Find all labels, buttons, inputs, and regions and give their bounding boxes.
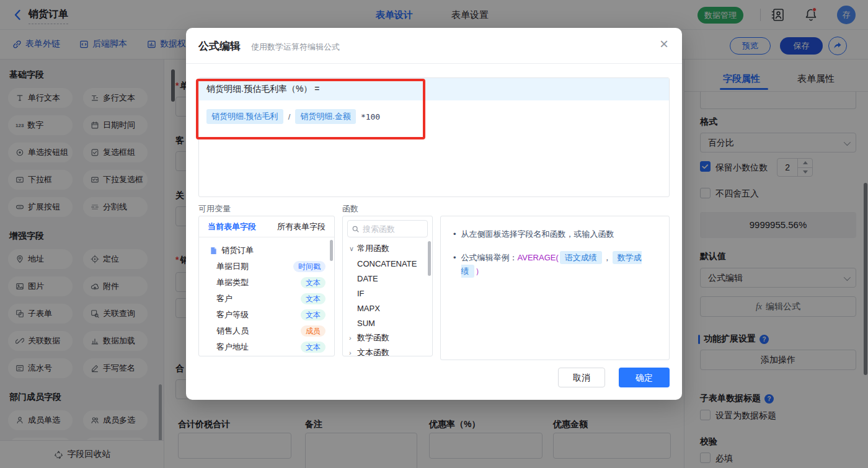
variable-row[interactable]: 客户地址文本 (205, 339, 334, 355)
function-group-math[interactable]: ›数学函数 (343, 330, 432, 345)
formula-editor-modal: 公式编辑 使用数学运算符编辑公式 × 销货明细.预估毛利率（%） = 销货明细.… (186, 28, 682, 400)
variables-scrollbar[interactable] (330, 240, 333, 261)
variable-row[interactable]: 客户等级文本 (205, 307, 334, 323)
field-chip[interactable]: 销货明细.预估毛利 (206, 109, 283, 124)
functions-panel: ∨常用函数 CONCATENATE DATE IF MAPX SUM ›数学函数… (342, 216, 433, 356)
function-search[interactable] (347, 220, 428, 237)
example-chip: 语文成绩 (560, 251, 602, 264)
type-badge: 文本 (301, 277, 326, 288)
tip-row-example: • 公式编辑举例：AVERAGE(语文成绩，数学成绩） (453, 251, 657, 278)
modal-subtitle: 使用数学运算符编辑公式 (251, 42, 340, 53)
function-group-text[interactable]: ›文本函数 (343, 345, 432, 356)
type-badge: 文本 (301, 309, 326, 320)
operator: / (288, 112, 291, 121)
search-icon (352, 225, 360, 233)
function-item[interactable]: CONCATENATE (343, 256, 432, 271)
function-item[interactable]: IF (343, 286, 432, 301)
variables-label: 可用变量 (198, 203, 231, 214)
type-badge: 时间戳 (293, 261, 326, 272)
functions-scrollbar[interactable] (428, 241, 431, 276)
tips-panel: •从左侧面板选择字段名和函数，或输入函数 • 公式编辑举例：AVERAGE(语文… (440, 216, 670, 360)
tab-current-form-fields[interactable]: 当前表单字段 (208, 221, 256, 232)
formula-target: 销货明细.预估毛利率（%） = (199, 78, 669, 100)
variables-tree: 销货订单 单据日期时间戳 单据类型文本 客户文本 客户等级文本 销售人员成员 客… (199, 237, 334, 355)
variable-row[interactable]: 销售人员成员 (205, 323, 334, 339)
function-search-input[interactable] (363, 224, 418, 234)
tab-all-form-fields[interactable]: 所有表单字段 (277, 221, 326, 232)
function-name: AVERAGE( (518, 253, 559, 262)
functions-tree: ∨常用函数 CONCATENATE DATE IF MAPX SUM ›数学函数… (343, 241, 432, 356)
app-root: 销货订单 表单设计 表单设置 数据管理 存 表单外链 后端脚本 数据 (0, 0, 868, 468)
function-item[interactable]: SUM (343, 316, 432, 330)
type-badge: 文本 (301, 342, 326, 353)
variable-row[interactable]: 单据类型文本 (205, 275, 334, 291)
function-item[interactable]: MAPX (343, 301, 432, 316)
type-badge: 文本 (301, 293, 326, 304)
formula-suffix: *100 (361, 112, 380, 121)
close-icon[interactable]: × (660, 37, 668, 51)
variables-tabs: 当前表单字段 所有表单字段 (199, 216, 334, 237)
type-badge: 成员 (301, 325, 326, 337)
cancel-button[interactable]: 取消 (558, 368, 605, 387)
variable-row[interactable]: 客户文本 (205, 291, 334, 307)
functions-label: 函数 (342, 203, 358, 214)
field-chip[interactable]: 销货明细.金额 (295, 109, 356, 124)
formula-expression: 销货明细.预估毛利 / 销货明细.金额 *100 (199, 100, 669, 133)
tree-root[interactable]: 销货订单 (205, 242, 334, 258)
function-item[interactable]: DATE (343, 271, 432, 286)
formula-editor[interactable]: 销货明细.预估毛利率（%） = 销货明细.预估毛利 / 销货明细.金额 *100 (198, 77, 670, 197)
tip-row: •从左侧面板选择字段名和函数，或输入函数 (453, 227, 657, 241)
confirm-button[interactable]: 确定 (619, 368, 670, 387)
modal-header-divider (186, 63, 682, 64)
modal-title: 公式编辑 (198, 39, 241, 53)
document-icon (210, 247, 218, 255)
variable-row[interactable]: 单据日期时间戳 (205, 258, 334, 275)
variables-panel: 当前表单字段 所有表单字段 销货订单 单据日期时间戳 单据类型文本 客户文本 客… (198, 216, 335, 356)
function-group-common[interactable]: ∨常用函数 (343, 241, 432, 256)
